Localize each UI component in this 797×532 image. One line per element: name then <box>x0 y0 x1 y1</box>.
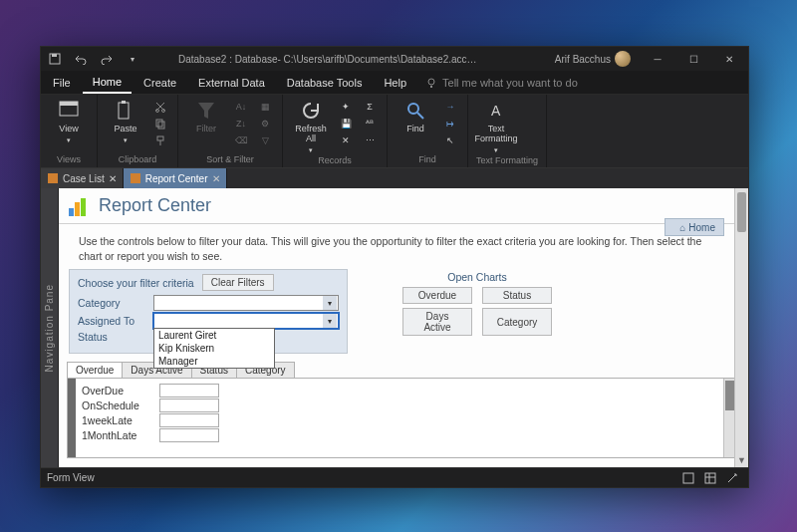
delete-icon[interactable]: ✕ <box>337 133 355 148</box>
totals-icon[interactable]: Σ <box>361 99 379 115</box>
view-icon <box>57 99 81 123</box>
statusbar: Form View <box>41 467 748 487</box>
copy-icon[interactable] <box>151 116 169 132</box>
menubar: File Home Create External Data Database … <box>41 71 748 95</box>
tab-create[interactable]: Create <box>133 73 186 93</box>
formatpainter-icon[interactable] <box>151 133 169 148</box>
dropdown-item[interactable]: Manager <box>154 355 274 368</box>
scrollbar-thumb[interactable] <box>737 192 746 232</box>
view-button[interactable]: View ▾ <box>49 99 89 144</box>
undo-icon[interactable] <box>71 49 91 69</box>
avatar-icon <box>615 51 631 67</box>
tab-home[interactable]: Home <box>83 72 132 94</box>
rf-week-value[interactable] <box>159 413 219 427</box>
access-app-window: ▾ Database2 : Database- C:\Users\arifb\D… <box>40 46 749 488</box>
chart-overdue-button[interactable]: Overdue <box>402 287 472 304</box>
svg-rect-9 <box>156 120 162 127</box>
filter-criteria-box: Choose your filter criteria Clear Filter… <box>69 269 348 354</box>
cut-icon[interactable] <box>151 99 169 115</box>
tab-databasetools[interactable]: Database Tools <box>277 73 373 93</box>
save-icon[interactable] <box>45 49 65 69</box>
lightbulb-icon <box>426 77 438 89</box>
svg-text:A: A <box>491 103 501 119</box>
chart-status-button[interactable]: Status <box>482 287 552 304</box>
scroll-down-icon[interactable]: ▼ <box>735 453 748 467</box>
svg-rect-6 <box>122 101 126 104</box>
select-icon[interactable]: ↖ <box>441 133 459 148</box>
svg-rect-10 <box>158 122 164 129</box>
tellme-search[interactable]: Tell me what you want to do <box>426 77 578 89</box>
selection-icon[interactable]: ▦ <box>256 99 274 115</box>
ribbon-group-views: View ▾ Views <box>41 95 98 167</box>
close-tab-icon[interactable]: ✕ <box>212 173 220 184</box>
form-icon <box>47 172 59 184</box>
doc-tab-reportcenter[interactable]: Report Center ✕ <box>124 168 227 188</box>
sort-asc-icon[interactable]: A↓ <box>232 99 250 115</box>
navigation-pane-collapsed[interactable]: Navigation Pane <box>41 188 59 467</box>
scrollbar-thumb[interactable] <box>725 381 734 410</box>
sort-desc-icon[interactable]: Z↓ <box>232 116 250 132</box>
svg-point-2 <box>428 79 434 85</box>
svg-point-12 <box>408 104 418 114</box>
doc-tab-caselist[interactable]: Case List ✕ <box>41 168 124 188</box>
home-icon: ⌂ <box>679 222 685 233</box>
user-name: Arif Bacchus <box>555 54 611 65</box>
dropdown-item[interactable]: Kip Kniskern <box>154 342 274 355</box>
rf-onschedule-value[interactable] <box>159 399 219 412</box>
chevron-down-icon: ▾ <box>323 314 337 328</box>
svg-rect-11 <box>157 136 163 140</box>
svg-point-7 <box>156 110 159 113</box>
user-account[interactable]: Arif Bacchus <box>555 51 631 67</box>
tab-file[interactable]: File <box>43 73 81 93</box>
redo-icon[interactable] <box>97 49 117 69</box>
rtab-overdue[interactable]: Overdue <box>67 362 123 378</box>
assignedto-combo[interactable]: ▾ <box>153 313 339 329</box>
paste-icon <box>114 99 137 123</box>
chart-daysactive-button[interactable]: Days Active <box>402 308 472 336</box>
formview-icon[interactable] <box>678 470 698 486</box>
layoutview-icon[interactable] <box>700 470 720 486</box>
qat-dropdown-icon[interactable]: ▾ <box>123 49 142 69</box>
designview-icon[interactable] <box>722 470 742 486</box>
filter-button[interactable]: Filter <box>186 99 226 134</box>
goto-icon[interactable]: ↦ <box>441 116 459 132</box>
close-tab-icon[interactable]: ✕ <box>109 173 117 184</box>
ribbon-group-textformatting: A Text Formatting ▾ Text Formatting <box>468 95 547 167</box>
rf-month-value[interactable] <box>159 428 219 442</box>
report-center-form: Report Center ⌂ Home Use the controls be… <box>59 188 744 467</box>
tab-help[interactable]: Help <box>374 73 416 93</box>
paste-button[interactable]: Paste ▾ <box>106 99 145 144</box>
form-scrollbar[interactable]: ▲ ▼ <box>734 188 748 467</box>
svg-rect-15 <box>131 173 140 183</box>
record-selector[interactable] <box>68 379 76 457</box>
new-icon[interactable]: ✦ <box>337 99 355 115</box>
rf-overdue-value[interactable] <box>159 384 219 398</box>
category-label: Category <box>78 297 147 309</box>
togglefilter-icon[interactable]: ▽ <box>256 133 274 148</box>
find-icon <box>403 99 427 123</box>
removesort-icon[interactable]: ⌫ <box>232 133 250 148</box>
textformatting-button[interactable]: A Text Formatting ▾ <box>476 99 516 154</box>
form-title: Report Center <box>99 195 211 216</box>
replace-icon[interactable]: → <box>441 99 459 115</box>
navigation-pane-label: Navigation Pane <box>44 284 55 372</box>
instructions-text: Use the controls below to filter your da… <box>59 224 744 269</box>
spelling-icon[interactable]: ᴬᴮ <box>361 116 379 132</box>
chart-category-button[interactable]: Category <box>482 308 552 336</box>
find-button[interactable]: Find <box>396 99 435 134</box>
ribbon: View ▾ Views Paste ▾ Clipboard <box>41 95 748 168</box>
home-link[interactable]: ⌂ Home <box>664 218 724 236</box>
more-icon[interactable]: ⋯ <box>361 133 379 148</box>
advanced-icon[interactable]: ⚙ <box>256 116 274 132</box>
tab-externaldata[interactable]: External Data <box>188 73 275 93</box>
clear-filters-button[interactable]: Clear Filters <box>202 274 274 291</box>
refreshall-button[interactable]: Refresh All ▾ <box>291 99 331 154</box>
maximize-button[interactable]: ☐ <box>678 49 708 69</box>
save-record-icon[interactable]: 💾 <box>337 116 355 132</box>
dropdown-item[interactable]: Laurent Giret <box>154 329 274 342</box>
category-combo[interactable]: ▾ <box>153 295 339 311</box>
report-body: OverDue OnSchedule 1weekLate 1MonthLate <box>67 379 736 458</box>
ribbon-group-find: Find → ↦ ↖ Find <box>388 95 468 167</box>
close-button[interactable]: ✕ <box>714 49 744 69</box>
minimize-button[interactable]: ─ <box>643 49 672 69</box>
